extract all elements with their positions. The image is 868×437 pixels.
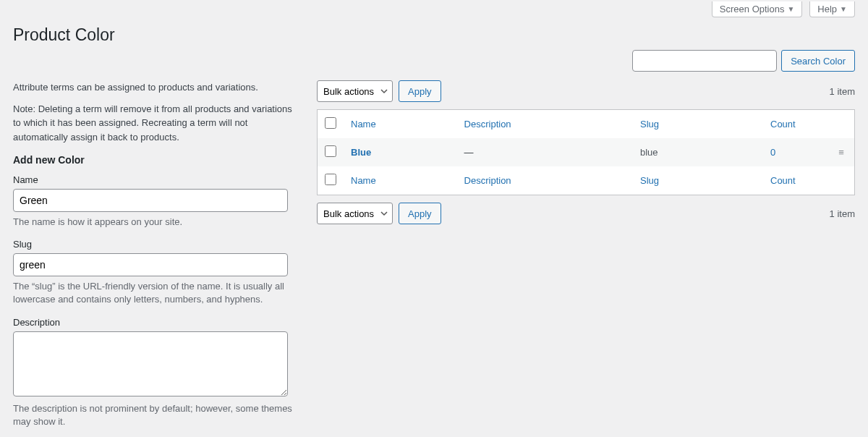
col-slug-header[interactable]: Slug xyxy=(640,119,659,130)
name-label: Name xyxy=(13,174,302,185)
slug-label: Slug xyxy=(13,239,302,250)
apply-button-top[interactable]: Apply xyxy=(399,80,441,102)
term-name-link[interactable]: Blue xyxy=(351,147,371,158)
term-slug-cell: blue xyxy=(633,138,763,166)
drag-handle-icon[interactable]: ≡ xyxy=(835,148,847,157)
col-name-header[interactable]: Name xyxy=(351,119,376,130)
description-desc: The description is not prominent by defa… xyxy=(13,402,302,428)
col-description-header[interactable]: Description xyxy=(464,119,511,130)
select-all-bottom[interactable] xyxy=(325,174,336,185)
caret-down-icon: ▼ xyxy=(787,5,794,13)
bulk-actions-select-top[interactable]: Bulk actions xyxy=(317,80,393,102)
select-all-top[interactable] xyxy=(325,117,336,129)
slug-input[interactable] xyxy=(13,253,288,276)
add-new-heading: Add new Color xyxy=(13,154,302,166)
bulk-actions-select-bottom[interactable]: Bulk actions xyxy=(317,203,393,224)
apply-button-bottom[interactable]: Apply xyxy=(399,203,441,224)
page-title: Product Color xyxy=(13,19,855,48)
slug-desc: The “slug” is the URL-friendly version o… xyxy=(13,280,302,306)
description-label: Description xyxy=(13,317,302,328)
caret-down-icon: ▼ xyxy=(840,5,847,13)
screen-options-label: Screen Options xyxy=(720,4,785,14)
table-row: Blue — blue 0 ≡ xyxy=(318,138,855,166)
row-select-checkbox[interactable] xyxy=(325,145,336,157)
help-button[interactable]: Help ▼ xyxy=(809,1,855,17)
name-input[interactable] xyxy=(13,189,288,212)
intro-text: Attribute terms can be assigned to produ… xyxy=(13,80,302,95)
terms-table: Name Description Slug Count Blue — blue … xyxy=(317,109,855,195)
item-count-top: 1 item xyxy=(830,86,855,97)
col-count-footer[interactable]: Count xyxy=(770,175,796,186)
screen-options-button[interactable]: Screen Options ▼ xyxy=(712,1,803,17)
note-text: Note: Deleting a term will remove it fro… xyxy=(13,102,302,145)
term-count-link[interactable]: 0 xyxy=(770,147,775,158)
col-description-footer[interactable]: Description xyxy=(464,175,511,186)
col-name-footer[interactable]: Name xyxy=(351,175,376,186)
search-input[interactable] xyxy=(632,50,777,72)
help-label: Help xyxy=(817,4,837,14)
term-description-cell: — xyxy=(457,138,633,166)
col-slug-footer[interactable]: Slug xyxy=(640,175,659,186)
description-textarea[interactable] xyxy=(13,331,288,396)
item-count-bottom: 1 item xyxy=(830,208,855,219)
col-count-header[interactable]: Count xyxy=(770,119,796,130)
name-desc: The name is how it appears on your site. xyxy=(13,216,302,229)
search-button[interactable]: Search Color xyxy=(781,50,855,72)
